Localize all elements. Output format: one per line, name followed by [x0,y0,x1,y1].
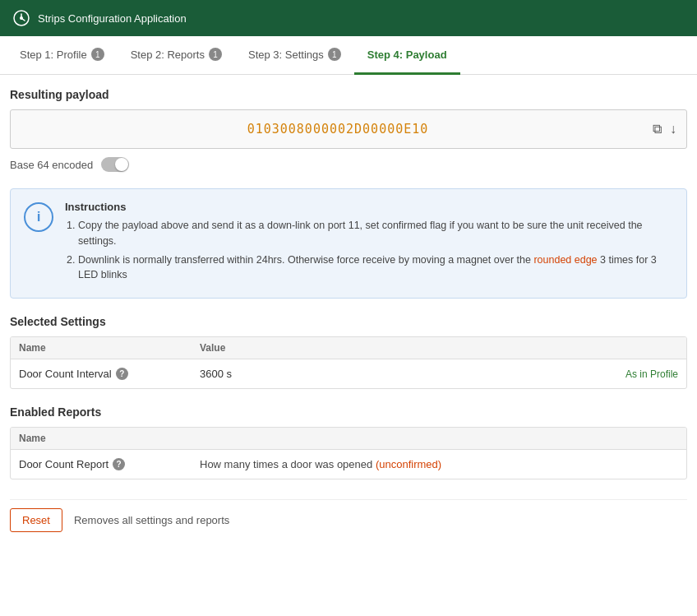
download-icon: ↓ [670,122,676,136]
toggle-knob [115,158,128,171]
selected-settings-section: Selected Settings Name Value Door Count … [10,315,687,389]
payload-value: 0103008000002D00000E10 [247,122,429,137]
report-desc-cell: How many times a door was opened (unconf… [200,458,678,470]
instruction-item-2: Downlink is normally transferred within … [78,252,673,284]
reports-col-name: Name [19,433,200,444]
reports-table: Name Door Count Report ? How many times … [10,427,687,479]
instructions-title: Instructions [65,201,673,213]
step-2-badge: 1 [209,48,222,61]
footer-row: Reset Removes all settings and reports [10,499,687,532]
payload-box: 0103008000002D00000E10 ⧉ ↓ [10,109,687,149]
report-unconfirmed: (unconfirmed) [376,458,441,470]
settings-col-name: Name [19,342,200,354]
step-1[interactable]: Step 1: Profile 1 [7,36,118,75]
report-name: Door Count Report [19,458,108,470]
download-payload-button[interactable]: ↓ [668,120,678,138]
step-3[interactable]: Step 3: Settings 1 [235,36,354,75]
selected-settings-title: Selected Settings [10,315,687,328]
report-table-row: Door Count Report ? How many times a doo… [11,450,686,479]
copy-icon: ⧉ [653,122,662,136]
setting-badge: As in Profile [579,368,678,380]
step-3-label: Step 3: Settings [248,49,324,61]
base64-row: Base 64 encoded [10,157,687,172]
rounded-edge-text: rounded edge [533,254,597,266]
settings-col-value: Value [200,342,678,354]
report-help-icon[interactable]: ? [113,458,125,470]
step-2[interactable]: Step 2: Reports 1 [118,36,235,75]
instructions-content: Instructions Copy the payload above and … [65,201,673,286]
instructions-list: Copy the payload above and send it as a … [65,218,673,283]
enabled-reports-section: Enabled Reports Name Door Count Report ?… [10,405,687,479]
step-2-label: Step 2: Reports [131,49,205,61]
payload-section: Resulting payload 0103008000002D00000E10… [10,88,687,172]
setting-value-cell: 3600 s [200,368,579,380]
base64-toggle[interactable] [101,157,129,172]
app-logo [13,10,30,26]
settings-table-row: Door Count Interval ? 3600 s As in Profi… [11,359,686,388]
reset-desc: Removes all settings and reports [74,514,229,526]
main-content: Resulting payload 0103008000002D00000E10… [0,75,697,545]
app-title: Strips Configuration Application [38,12,187,25]
svg-point-1 [20,16,23,20]
step-1-badge: 1 [91,48,104,61]
setting-help-icon[interactable]: ? [116,368,128,380]
reset-button[interactable]: Reset [10,508,62,532]
enabled-reports-title: Enabled Reports [10,405,687,419]
step-4[interactable]: Step 4: Payload [354,36,460,75]
instruction-item-1: Copy the payload above and send it as a … [78,218,673,249]
setting-name: Door Count Interval [19,368,112,380]
step-3-badge: 1 [328,48,341,61]
payload-section-title: Resulting payload [10,88,687,101]
copy-payload-button[interactable]: ⧉ [651,120,663,138]
instructions-box: i Instructions Copy the payload above an… [10,188,687,299]
steps-nav: Step 1: Profile 1 Step 2: Reports 1 Step… [0,36,697,75]
settings-table-header: Name Value [11,337,686,359]
base64-label: Base 64 encoded [10,159,93,171]
step-1-label: Step 1: Profile [20,49,87,61]
settings-table: Name Value Door Count Interval ? 3600 s … [10,336,687,389]
report-desc-main: How many times a door was opened [200,458,376,470]
payload-actions: ⧉ ↓ [651,120,678,138]
setting-name-cell: Door Count Interval ? [19,368,200,380]
app-header: Strips Configuration Application [0,0,697,36]
reports-table-header: Name [11,428,686,450]
step-4-label: Step 4: Payload [367,49,447,61]
report-name-cell: Door Count Report ? [19,458,200,470]
info-icon: i [24,202,53,232]
